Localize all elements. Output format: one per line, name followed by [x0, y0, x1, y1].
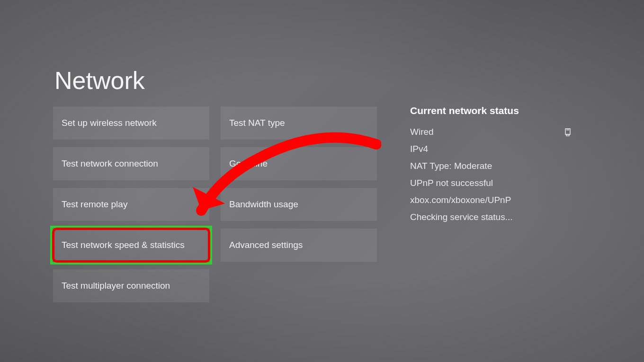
status-heading: Current network status: [410, 105, 571, 116]
status-nat-type: NAT Type: Moderate: [410, 161, 571, 171]
tile-bandwidth-usage[interactable]: Bandwidth usage: [221, 188, 377, 221]
status-text: IPv4: [410, 144, 428, 154]
tile-label: Advanced settings: [229, 240, 303, 250]
left-column: Set up wireless network Test network con…: [53, 106, 209, 310]
status-text: Wired: [410, 127, 434, 137]
ethernet-icon: [564, 128, 571, 136]
tile-label: Test remote play: [62, 199, 127, 210]
tile-label: Bandwidth usage: [229, 199, 298, 210]
tile-label: Go offline: [229, 159, 268, 169]
status-upnp: UPnP not successful: [410, 178, 571, 188]
tile-label: Test multiplayer connection: [62, 281, 170, 291]
tile-label: Test network connection: [62, 159, 158, 169]
right-column: Test NAT type Go offline Bandwidth usage…: [221, 106, 377, 269]
status-upnp-link: xbox.com/xboxone/UPnP: [410, 195, 571, 205]
tile-advanced-settings[interactable]: Advanced settings: [221, 229, 377, 262]
tile-test-connection[interactable]: Test network connection: [53, 147, 209, 180]
status-text: NAT Type: Moderate: [410, 161, 492, 171]
tile-test-nat[interactable]: Test NAT type: [221, 106, 377, 140]
tile-setup-wireless[interactable]: Set up wireless network: [53, 106, 209, 140]
svg-rect-1: [566, 134, 569, 136]
status-text: UPnP not successful: [410, 178, 493, 188]
tile-label: Test network speed & statistics: [62, 240, 185, 250]
status-wired: Wired: [410, 127, 571, 137]
tile-test-multiplayer[interactable]: Test multiplayer connection: [53, 269, 209, 302]
tile-go-offline[interactable]: Go offline: [221, 147, 377, 180]
tile-label: Test NAT type: [229, 118, 285, 128]
status-service-check: Checking service status...: [410, 212, 571, 222]
status-text: Checking service status...: [410, 212, 512, 222]
tile-test-speed-stats[interactable]: Test network speed & statistics: [53, 229, 209, 262]
tile-label: Set up wireless network: [62, 118, 157, 128]
network-status-panel: Current network status Wired IPv4 NAT Ty…: [410, 105, 571, 229]
tile-test-remote-play[interactable]: Test remote play: [53, 188, 209, 221]
status-ipv4: IPv4: [410, 144, 571, 154]
status-text: xbox.com/xboxone/UPnP: [410, 195, 511, 205]
page-title: Network: [54, 66, 145, 95]
